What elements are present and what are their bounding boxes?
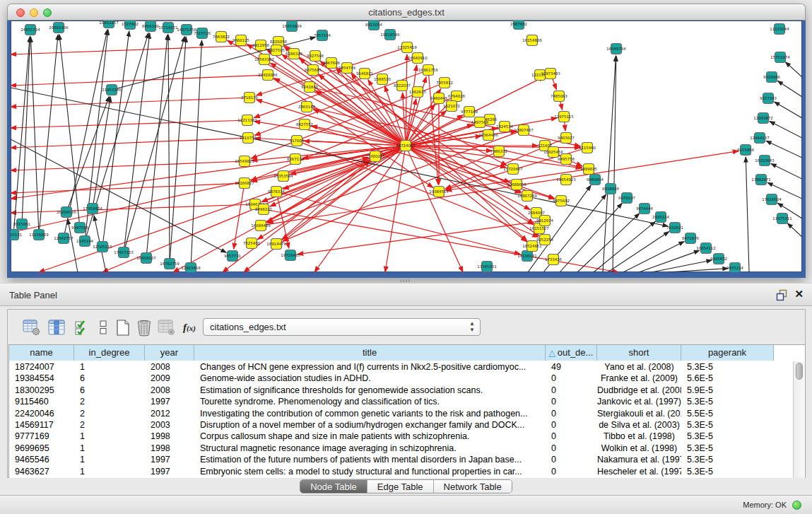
memory-status-icon[interactable] [792,501,801,510]
graph-node[interactable]: 7955812 [436,78,453,88]
graph-node[interactable]: 1810755 [240,133,257,144]
graph-node[interactable]: 11156829 [29,230,49,240]
graph-edge[interactable] [191,40,201,263]
new-table-icon[interactable] [114,318,132,337]
graph-edge[interactable] [103,31,129,242]
graph-node[interactable]: 16154808 [522,35,542,46]
graph-edge[interactable] [30,37,38,230]
graph-node[interactable]: 10807487 [514,125,533,136]
graph-node[interactable]: 9474444 [636,204,654,214]
graph-node[interactable]: 7632621 [666,223,683,233]
graph-node[interactable]: 9227343 [760,93,777,104]
graph-node[interactable]: 9146821 [356,69,373,79]
graph-node[interactable]: 6879197 [618,193,635,204]
table-columns-icon[interactable] [47,318,66,337]
graph-edge[interactable] [11,75,263,86]
graph-node[interactable]: 16053809 [282,21,302,32]
table-row[interactable]: 1830029562008Estimation of significance … [9,385,793,396]
graph-node[interactable]: 7485063 [551,91,567,102]
graph-edge[interactable] [408,150,463,272]
graph-edge[interactable] [170,37,187,259]
graph-node[interactable]: 8315061 [13,219,30,230]
graph-node[interactable]: 9899695 [580,164,597,175]
table-settings-icon[interactable] [22,318,40,337]
network-canvas[interactable]: 2405572420691406106532571527602846616010… [7,21,806,278]
graph-node[interactable]: 8471676 [682,233,700,244]
graph-edge[interactable] [565,122,565,131]
table-vertical-scrollbar[interactable] [793,361,805,478]
table-row[interactable]: 977716911998Corpus callosum shape and si… [9,431,793,442]
graph-edge[interactable] [281,193,521,255]
table-row[interactable]: 1938455462009Genome-wide association stu… [9,373,793,384]
graph-node[interactable]: 12444137 [750,133,769,144]
graph-node[interactable]: 9840954 [587,175,604,185]
close-panel-icon[interactable]: ✕ [794,288,804,300]
graph-node[interactable]: 1733426 [545,255,563,265]
graph-node[interactable]: 10719151 [158,23,177,33]
graph-edge[interactable] [613,56,616,272]
graph-node[interactable]: 9115460 [579,143,596,153]
graph-edge[interactable] [11,45,256,54]
column-header-title[interactable]: title [194,345,546,361]
graph-node[interactable]: 16782759 [160,259,180,269]
merge-rows-icon[interactable] [94,318,112,337]
graph-node[interactable]: 2803144 [298,102,316,112]
table-row[interactable]: 969969511998Structural magnetic resonanc… [9,443,793,454]
graph-edge[interactable] [771,163,802,179]
graph-node[interactable]: 13145301 [477,262,496,272]
tab-network-table[interactable]: Network Table [434,480,512,493]
graph-node[interactable]: 19218586 [380,30,400,40]
graph-node[interactable]: 9455214 [726,263,744,273]
graph-node[interactable]: 10654112 [696,243,715,254]
graph-node[interactable]: 16648784 [606,44,626,54]
column-header-year[interactable]: year [145,345,194,361]
graph-node[interactable]: 14136141 [517,251,536,262]
graph-node[interactable]: 7625402 [243,238,260,249]
column-header-out-de-[interactable]: △out_de... [546,345,597,361]
graph-node[interactable]: 11123044 [770,24,789,35]
delete-table-icon[interactable] [135,318,153,337]
graph-edge[interactable] [403,93,406,141]
graph-node[interactable]: 16958107 [136,253,155,264]
graph-edge[interactable] [298,221,540,255]
graph-node[interactable]: 18524861 [522,241,541,252]
graph-node[interactable]: 13325419 [397,42,417,53]
graph-node[interactable]: 2887682 [510,21,527,30]
graph-node[interactable]: 9975692 [553,196,570,206]
graph-edge[interactable] [68,96,109,207]
graph-node[interactable]: 9915131 [11,230,22,240]
table-row[interactable]: 2242004622012Investigating the contribut… [9,408,793,419]
graph-edge[interactable] [168,35,170,259]
graph-edge[interactable] [280,161,370,241]
graph-edge[interactable] [124,33,150,247]
graph-edge[interactable] [775,102,802,118]
panel-splitter[interactable] [0,278,812,283]
graph-node[interactable]: 16961758 [418,65,438,76]
graph-node[interactable]: 12923468 [181,263,201,273]
graph-edge[interactable] [59,35,79,223]
graph-node[interactable]: 1621072 [443,101,460,112]
graph-node[interactable]: 1145194 [76,236,94,247]
graph-node[interactable]: 917004 [290,136,305,146]
graph-node[interactable]: 12213383 [237,115,257,126]
graph-node[interactable]: 19716485 [281,250,300,261]
graph-edge[interactable] [11,120,242,128]
column-header-in-degree[interactable]: in_degree [74,345,145,361]
graph-node[interactable]: 12505115 [93,242,112,252]
graph-node[interactable]: 16640910 [408,53,428,64]
graph-node[interactable]: 13892971 [751,175,770,185]
tab-node-table[interactable]: Node Table [300,480,367,493]
graph-edge[interactable] [40,35,58,230]
graph-node[interactable]: 17957223 [114,247,133,258]
graph-node[interactable]: 8938924 [602,184,620,194]
graph-node[interactable]: 9777169 [461,107,478,117]
import-table-icon[interactable] [73,318,91,337]
graph-node[interactable]: 17359924 [83,204,102,214]
graph-edge[interactable] [608,232,669,272]
graph-node[interactable]: 12975115 [554,112,573,122]
graph-node[interactable]: 7663822 [213,32,230,42]
graph-node[interactable]: 10653257 [99,21,118,28]
graph-node[interactable]: 8813054 [365,21,383,30]
graph-node[interactable]: 8215958 [737,145,755,156]
graph-edge[interactable] [11,183,240,193]
